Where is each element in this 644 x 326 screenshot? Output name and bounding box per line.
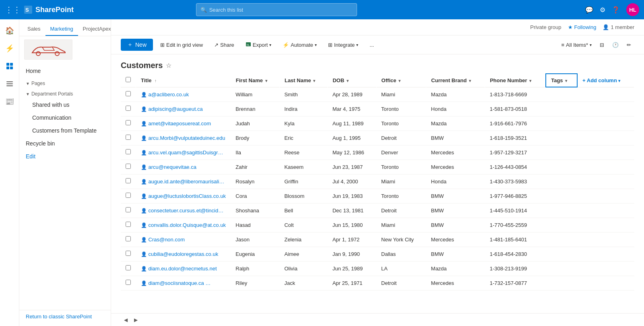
export-icon: XL [246,42,251,48]
history-button[interactable]: 🕐 [609,40,622,50]
row-checkbox-cell[interactable] [121,276,136,290]
tab-marketing[interactable]: Marketing [45,23,78,36]
row-checkbox[interactable] [126,120,131,125]
waffle-icon[interactable]: ⋮⋮ [5,5,21,15]
share-row-icon[interactable]: ↗ [216,279,224,287]
cell-title[interactable]: 👤adipiscing@augueut.ca [136,102,231,116]
nav-communication[interactable]: Communication [19,111,111,124]
row-checkbox[interactable] [126,135,131,140]
col-last-name[interactable]: Last Name ▾ [279,74,328,87]
row-checkbox-cell[interactable] [121,87,136,102]
col-office[interactable]: Office ▾ [376,74,426,87]
cell-title[interactable]: 👤consectetuer.cursus.et@tinciduntDonec.c… [136,203,231,218]
row-checkbox-cell[interactable] [121,116,136,131]
row-checkbox[interactable] [126,222,131,227]
row-checkbox[interactable] [126,149,131,154]
help-icon[interactable]: ❓ [612,6,620,14]
lists-rail-icon[interactable] [2,76,18,92]
search-bar[interactable]: 🔍 [196,3,357,16]
select-all-checkbox[interactable] [126,77,131,82]
col-dob[interactable]: DOB ▾ [328,74,376,87]
row-checkbox-cell[interactable] [121,261,136,276]
tab-sales[interactable]: Sales [23,23,45,36]
news-rail-icon[interactable]: 📰 [2,93,18,110]
row-checkbox-cell[interactable] [121,145,136,160]
activity-rail-icon[interactable]: ⚡ [2,40,18,56]
nav-edit[interactable]: Edit [19,150,111,163]
col-title[interactable]: Title ↑ [136,74,231,87]
new-button[interactable]: ＋ New [121,39,153,51]
row-checkbox[interactable] [126,178,131,183]
cell-title[interactable]: 👤convallis.dolor.Quisque@at.co.uk [136,218,231,232]
col-tags[interactable]: Tags ▾ [546,74,577,87]
scroll-right-button[interactable]: ▶ [131,317,141,323]
tab-projectapex[interactable]: ProjectApex [78,23,111,36]
favorite-star-icon[interactable]: ☆ [166,62,171,69]
row-checkbox[interactable] [126,106,131,111]
avatar[interactable]: HL [626,3,639,16]
view-selector[interactable]: ≡ All Items* ▾ [558,40,595,50]
integrate-button[interactable]: ⊞ Integrate ▾ [324,40,362,50]
cell-title[interactable]: 👤amet@vitaeposuereat.com [136,116,231,131]
col-current-brand[interactable]: Current Brand ▾ [426,74,485,87]
row-checkbox-cell[interactable] [121,232,136,247]
edit-view-button[interactable]: ✏ [623,40,634,50]
more-row-icon[interactable]: ⋯ [205,279,214,287]
row-checkbox-cell[interactable] [121,174,136,189]
row-checkbox-cell[interactable] [121,247,136,261]
cell-title[interactable]: 👤arcu.vel.quam@sagittisDuisgravida.com [136,145,231,160]
cell-title[interactable]: 👤cubilia@eudoloregestas.co.uk [136,247,231,261]
nav-customers-template[interactable]: Customers from Template [19,124,111,137]
add-column-header[interactable]: + Add column ▾ [577,74,634,87]
cell-title[interactable]: 👤diam.eu.dolor@necmetus.net [136,261,231,276]
comment-row-icon[interactable]: 💬 [225,279,231,287]
share-button[interactable]: ↗ Share [210,40,238,50]
more-button[interactable]: ... [365,40,378,50]
home-rail-icon[interactable]: 🏠 [2,23,18,39]
settings-icon[interactable]: ⚙ [600,6,605,14]
cell-title[interactable]: 👤augue@luctuslobortisClass.co.uk [136,189,231,203]
edit-grid-button[interactable]: ⊞ Edit in grid view [156,40,207,50]
row-checkbox[interactable] [126,193,131,198]
col-phone-number[interactable]: Phone Number ▾ [485,74,546,87]
cell-title[interactable]: 👤diam@sociisnatoque.ca ⋯↗💬 [136,276,231,290]
row-checkbox[interactable] [126,251,131,256]
row-checkbox-cell[interactable] [121,160,136,174]
cell-title[interactable]: 👤a@aclibero.co.uk [136,87,231,102]
row-checkbox-cell[interactable] [121,189,136,203]
row-checkbox[interactable] [126,164,131,169]
nav-home[interactable]: Home [19,64,111,77]
row-checkbox-cell[interactable] [121,131,136,145]
scroll-left-button[interactable]: ◀ [121,317,131,323]
search-input[interactable] [209,7,353,13]
nav-section-pages[interactable]: ▼ Pages [19,79,111,88]
cell-title[interactable]: 👤arcu.Morbi@vulputateduinec.edu [136,131,231,145]
sites-rail-icon[interactable] [2,58,18,74]
row-checkbox[interactable] [126,280,131,285]
automate-button[interactable]: ⚡ Automate ▾ [279,40,321,50]
row-checkbox-cell[interactable] [121,203,136,218]
cell-title[interactable]: 👤Cras@non.com [136,232,231,247]
nav-shared[interactable]: Shared with us [19,98,111,111]
nav-section-dept[interactable]: ▼ Department Portals [19,89,111,98]
row-checkbox[interactable] [126,236,131,241]
following-button[interactable]: ★ Following [568,24,597,30]
app-logo: S SharePoint [24,6,74,14]
row-checkbox[interactable] [126,207,131,212]
cell-title[interactable]: 👤augue.id.ante@liberomaurisaliquam.co.uk [136,174,231,189]
row-checkbox[interactable] [126,265,131,270]
cell-tags [546,218,577,232]
export-button[interactable]: XL Export ▾ [242,39,276,50]
cell-dob: Jun 15, 1980 [328,218,376,232]
chat-icon[interactable]: 💬 [585,6,593,14]
row-checkbox-cell[interactable] [121,218,136,232]
select-all-header[interactable] [121,74,136,87]
col-first-name[interactable]: First Name ▾ [231,74,279,87]
nav-recycle[interactable]: Recycle bin [19,137,111,150]
cell-title[interactable]: 👤arcu@nequevitae.ca [136,160,231,174]
return-classic-link[interactable]: Return to classic SharePoint [19,310,111,323]
row-checkbox-cell[interactable] [121,102,136,116]
member-count[interactable]: 👤 1 member [603,24,634,30]
row-checkbox[interactable] [126,91,131,96]
filter-button[interactable]: ⊟ [597,40,607,50]
